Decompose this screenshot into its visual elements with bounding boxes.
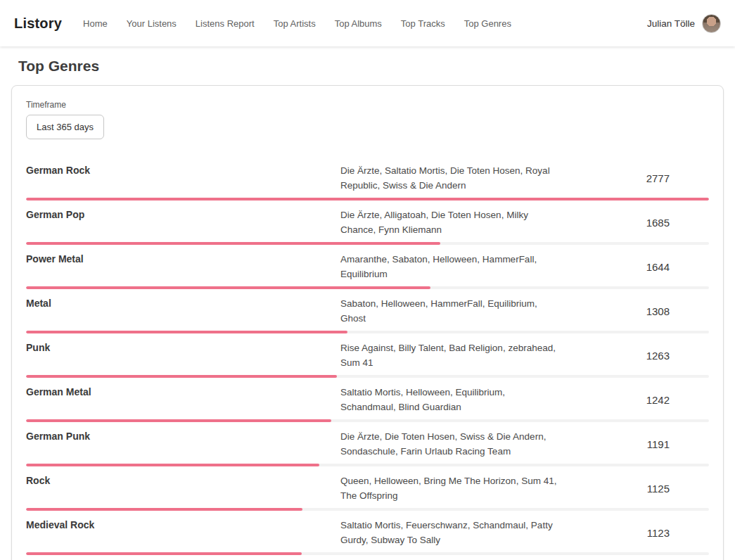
genre-artists: Amaranthe, Sabaton, Helloween, HammerFal… — [340, 252, 558, 281]
nav-item-top-genres[interactable]: Top Genres — [464, 18, 511, 29]
genre-name: Metal — [26, 296, 340, 309]
top-genres-card: Timeframe Last 365 days German Rock Die … — [11, 85, 724, 560]
genre-name: Medieval Rock — [26, 518, 340, 530]
genre-artists: Rise Against, Billy Talent, Bad Religion… — [340, 341, 558, 370]
genre-artists: Saltatio Mortis, Helloween, Equilibrium,… — [340, 385, 558, 414]
genre-name: German Metal — [26, 385, 340, 397]
nav-item-top-albums[interactable]: Top Albums — [335, 18, 382, 29]
user-menu[interactable]: Julian Tölle — [647, 14, 721, 33]
genre-count: 1308 — [558, 305, 709, 317]
genre-artists: Die Ärzte, Alligatoah, Die Toten Hosen, … — [340, 208, 558, 237]
genre-artists: Saltatio Mortis, Feuerschwanz, Schandmau… — [340, 518, 558, 547]
nav-item-listens-report[interactable]: Listens Report — [196, 18, 255, 29]
genre-artists: Queen, Helloween, Bring Me The Horizon, … — [340, 473, 558, 503]
genre-row-content: German Metal Saltatio Mortis, Helloween,… — [26, 385, 709, 414]
genre-row-content: German Rock Die Ärzte, Saltatio Mortis, … — [26, 163, 709, 193]
nav-item-your-listens[interactable]: Your Listens — [127, 18, 177, 29]
genre-row: German Punk Die Ärzte, Die Toten Hosen, … — [26, 422, 709, 466]
genre-row: German Metal Saltatio Mortis, Helloween,… — [26, 378, 709, 422]
genre-row-content: German Punk Die Ärzte, Die Toten Hosen, … — [26, 429, 709, 459]
genre-artists: Die Ärzte, Die Toten Hosen, Swiss & Die … — [340, 429, 558, 459]
genre-list: German Rock Die Ärzte, Saltatio Mortis, … — [26, 156, 709, 560]
genre-row-content: Metal Sabaton, Helloween, HammerFall, Eq… — [26, 296, 709, 326]
brand-logo[interactable]: Listory — [14, 15, 62, 32]
genre-count: 1125 — [558, 483, 709, 495]
genre-count: 1191 — [558, 438, 709, 450]
genre-count: 2777 — [558, 172, 709, 184]
genre-row: Melodic Metal Unleash The Archers, Hello… — [26, 555, 709, 560]
genre-artists: Sabaton, Helloween, HammerFall, Equilibr… — [340, 296, 558, 326]
genre-row: Power Metal Amaranthe, Sabaton, Hellowee… — [26, 245, 709, 289]
user-avatar[interactable] — [702, 14, 721, 33]
top-navbar: Listory Home Your Listens Listens Report… — [0, 0, 735, 46]
user-name[interactable]: Julian Tölle — [647, 18, 695, 29]
genre-artists: Die Ärzte, Saltatio Mortis, Die Toten Ho… — [340, 163, 558, 193]
genre-row: German Rock Die Ärzte, Saltatio Mortis, … — [26, 156, 709, 201]
genre-name: German Punk — [26, 429, 340, 442]
genre-count: 1644 — [558, 261, 709, 273]
genre-name: German Rock — [26, 163, 340, 176]
genre-count: 1123 — [558, 527, 709, 539]
nav-item-top-artists[interactable]: Top Artists — [274, 18, 316, 29]
genre-row: Rock Queen, Helloween, Bring Me The Hori… — [26, 466, 709, 511]
timeframe-label: Timeframe — [26, 100, 709, 110]
genre-row-content: Rock Queen, Helloween, Bring Me The Hori… — [26, 473, 709, 503]
page-title: Top Genres — [18, 58, 735, 75]
genre-row: Punk Rise Against, Billy Talent, Bad Rel… — [26, 333, 709, 378]
genre-row-content: Medieval Rock Saltatio Mortis, Feuerschw… — [26, 518, 709, 547]
genre-row: Metal Sabaton, Helloween, HammerFall, Eq… — [26, 289, 709, 333]
genre-row: German Pop Die Ärzte, Alligatoah, Die To… — [26, 201, 709, 245]
nav-item-top-tracks[interactable]: Top Tracks — [401, 18, 445, 29]
genre-row: Medieval Rock Saltatio Mortis, Feuerschw… — [26, 511, 709, 555]
genre-count: 1263 — [558, 350, 709, 362]
timeframe-select-button[interactable]: Last 365 days — [26, 115, 104, 139]
genre-name: Power Metal — [26, 252, 340, 265]
genre-row-content: German Pop Die Ärzte, Alligatoah, Die To… — [26, 208, 709, 237]
genre-name: Punk — [26, 341, 340, 353]
genre-row-content: Power Metal Amaranthe, Sabaton, Hellowee… — [26, 252, 709, 281]
genre-name: Rock — [26, 473, 340, 486]
genre-row-content: Punk Rise Against, Billy Talent, Bad Rel… — [26, 341, 709, 370]
genre-count: 1685 — [558, 217, 709, 229]
genre-count: 1242 — [558, 394, 709, 406]
nav-links: Home Your Listens Listens Report Top Art… — [83, 18, 511, 29]
genre-name: German Pop — [26, 208, 340, 220]
nav-item-home[interactable]: Home — [83, 18, 108, 29]
